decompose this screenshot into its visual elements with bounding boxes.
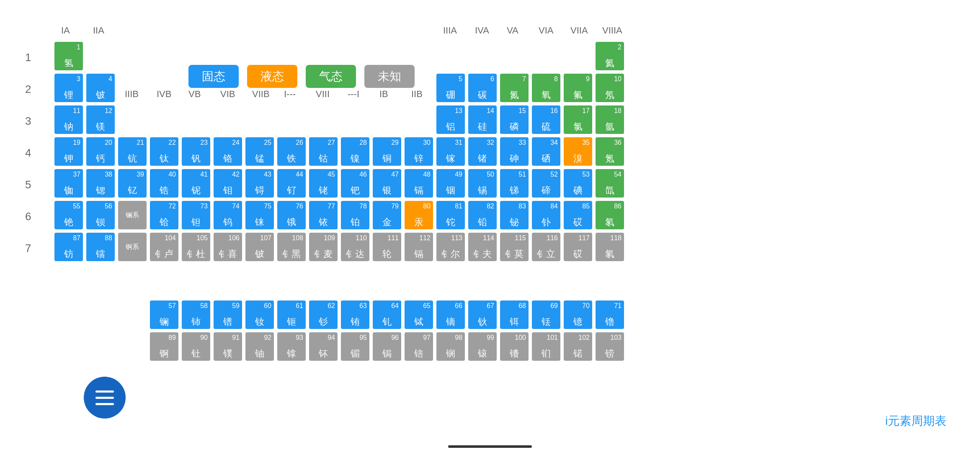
element-79[interactable]: 79金 (373, 201, 401, 229)
element-2[interactable]: 2氦 (596, 42, 624, 70)
element-36[interactable]: 36氪 (596, 137, 624, 166)
element-19[interactable]: 19钾 (54, 137, 83, 166)
element-101[interactable]: 101钔 (532, 332, 560, 361)
element-63[interactable]: 63铕 (341, 300, 369, 329)
element-86[interactable]: 86氡 (596, 201, 624, 229)
element-81[interactable]: 81铊 (436, 201, 465, 229)
element-58[interactable]: 58铈 (182, 300, 210, 329)
element-1[interactable]: 1氢 (54, 42, 83, 70)
element-84[interactable]: 84钋 (532, 201, 560, 229)
element-25[interactable]: 25锰 (245, 137, 274, 166)
element-94[interactable]: 94钚 (309, 332, 338, 361)
element-8[interactable]: 8氧 (532, 74, 560, 102)
element-5[interactable]: 5硼 (436, 74, 465, 102)
element-51[interactable]: 51锑 (500, 169, 529, 198)
element-65[interactable]: 65铽 (405, 300, 433, 329)
element-68[interactable]: 68铒 (500, 300, 529, 329)
element-95[interactable]: 95镅 (341, 332, 369, 361)
element-98[interactable]: 98锎 (436, 332, 465, 361)
element-46[interactable]: 46钯 (341, 169, 369, 198)
element-30[interactable]: 30锌 (405, 137, 433, 166)
element-50[interactable]: 50锡 (468, 169, 497, 198)
element-111[interactable]: 111轮 (373, 233, 401, 261)
element-40[interactable]: 40锆 (150, 169, 178, 198)
legend-unknown[interactable]: 未知 (364, 65, 415, 88)
element-115[interactable]: 115钅莫 (500, 233, 529, 261)
element-110[interactable]: 110钅达 (341, 233, 369, 261)
element-67[interactable]: 67钬 (468, 300, 497, 329)
element-103[interactable]: 103铹 (596, 332, 624, 361)
element-70[interactable]: 70镱 (564, 300, 592, 329)
element-17[interactable]: 17氯 (564, 105, 592, 134)
element-34[interactable]: 34硒 (532, 137, 560, 166)
element-80[interactable]: 80汞 (405, 201, 433, 229)
element-11[interactable]: 11钠 (54, 105, 83, 134)
element-45[interactable]: 45铑 (309, 169, 338, 198)
element-41[interactable]: 41铌 (182, 169, 210, 198)
element-59[interactable]: 59镨 (214, 300, 242, 329)
element-77[interactable]: 77铱 (309, 201, 338, 229)
element-14[interactable]: 14硅 (468, 105, 497, 134)
element-57[interactable]: 57镧 (150, 300, 178, 329)
element-71[interactable]: 71镥 (596, 300, 624, 329)
element-37[interactable]: 37铷 (54, 169, 83, 198)
element-109[interactable]: 109钅麦 (309, 233, 338, 261)
element-112[interactable]: 112镉 (405, 233, 433, 261)
element-47[interactable]: 47银 (373, 169, 401, 198)
element-22[interactable]: 22钛 (150, 137, 178, 166)
legend-gas[interactable]: 气态 (306, 65, 356, 88)
element-60[interactable]: 60钕 (245, 300, 274, 329)
element-55[interactable]: 55铯 (54, 201, 83, 229)
element-69[interactable]: 69铥 (532, 300, 560, 329)
element-28[interactable]: 28镍 (341, 137, 369, 166)
element-24[interactable]: 24铬 (214, 137, 242, 166)
element-44[interactable]: 44钌 (277, 169, 306, 198)
element-61[interactable]: 61钷 (277, 300, 306, 329)
element-52[interactable]: 52碲 (532, 169, 560, 198)
element-72[interactable]: 72铪 (150, 201, 178, 229)
element-10[interactable]: 10氖 (596, 74, 624, 102)
element-33[interactable]: 33砷 (500, 137, 529, 166)
element-76[interactable]: 76锇 (277, 201, 306, 229)
legend-solid[interactable]: 固态 (188, 65, 239, 88)
element-74[interactable]: 74钨 (214, 201, 242, 229)
element-114[interactable]: 114钅夫 (468, 233, 497, 261)
element-85[interactable]: 85砹 (564, 201, 592, 229)
element-93[interactable]: 93镎 (277, 332, 306, 361)
element-104[interactable]: 104钅卢 (150, 233, 178, 261)
element-26[interactable]: 26铁 (277, 137, 306, 166)
element-73[interactable]: 73钽 (182, 201, 210, 229)
element-97[interactable]: 97锫 (405, 332, 433, 361)
element-23[interactable]: 23钒 (182, 137, 210, 166)
element-15[interactable]: 15磷 (500, 105, 529, 134)
element-54[interactable]: 54氙 (596, 169, 624, 198)
element-56[interactable]: 56钡 (86, 201, 115, 229)
element-62[interactable]: 62钐 (309, 300, 338, 329)
element-21[interactable]: 21钪 (118, 137, 147, 166)
element-106[interactable]: 106钅喜 (214, 233, 242, 261)
element-102[interactable]: 102锘 (564, 332, 592, 361)
element-7[interactable]: 7氮 (500, 74, 529, 102)
element-100[interactable]: 100镄 (500, 332, 529, 361)
element-4[interactable]: 4铍 (86, 74, 115, 102)
element-91[interactable]: 91镤 (214, 332, 242, 361)
legend-liquid[interactable]: 液态 (247, 65, 297, 88)
element-90[interactable]: 90钍 (182, 332, 210, 361)
element-27[interactable]: 27钴 (309, 137, 338, 166)
element-113[interactable]: 113钅尔 (436, 233, 465, 261)
element-18[interactable]: 18氩 (596, 105, 624, 134)
element-29[interactable]: 29铜 (373, 137, 401, 166)
element-118[interactable]: 118氡 (596, 233, 624, 261)
element-108[interactable]: 108钅黑 (277, 233, 306, 261)
actinide-placeholder[interactable]: 锕系 (118, 233, 147, 261)
element-53[interactable]: 53碘 (564, 169, 592, 198)
lanthanide-placeholder[interactable]: 镧系 (118, 201, 147, 229)
element-20[interactable]: 20钙 (86, 137, 115, 166)
element-48[interactable]: 48镉 (405, 169, 433, 198)
element-92[interactable]: 92铀 (245, 332, 274, 361)
element-99[interactable]: 99锿 (468, 332, 497, 361)
element-9[interactable]: 9氟 (564, 74, 592, 102)
element-82[interactable]: 82铅 (468, 201, 497, 229)
element-3[interactable]: 3锂 (54, 74, 83, 102)
element-66[interactable]: 66镝 (436, 300, 465, 329)
